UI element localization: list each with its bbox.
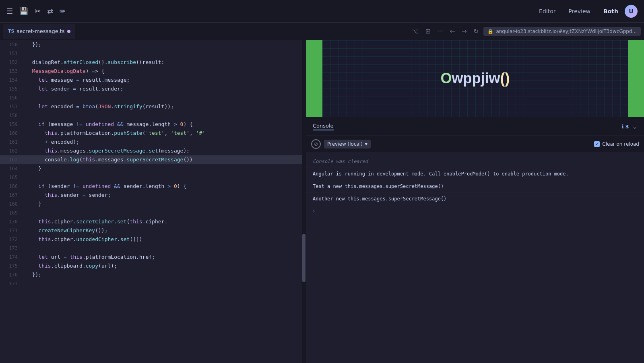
table-row: 177 — [0, 279, 306, 288]
line-number: 171 — [0, 226, 24, 235]
clear-on-reload-label: Clear on reload — [602, 141, 639, 147]
user-avatar[interactable]: U — [625, 5, 638, 18]
table-row: 173 — [0, 244, 306, 253]
table-row: 171 createNewCipherKey()); — [0, 226, 306, 235]
line-content: let sender = result.sender; — [24, 85, 306, 93]
table-row: 153 MessageDialogData) => { — [0, 67, 306, 76]
line-content: if (message != undefined && message.leng… — [24, 120, 306, 129]
line-number: 172 — [0, 235, 24, 244]
table-row: 155 let sender = result.sender; — [0, 85, 306, 93]
console-clear-on-reload[interactable]: ✓ Clear on reload — [594, 141, 639, 147]
table-row: 176 }); — [0, 270, 306, 279]
list-item: Console was cleared — [306, 155, 644, 168]
table-row: 150 }); — [0, 40, 306, 49]
table-row: 154 let message = result.message; — [0, 76, 306, 85]
topbar-icons: ☰ 💾 ✂ ⇄ ✏ — [6, 7, 66, 15]
tabbar-actions: ⌥ ⊞ ··· ← → ↻ 🔒 angular-io23.stackblitz.… — [410, 26, 641, 37]
scrollbar-thumb[interactable] — [302, 234, 305, 282]
nav-preview[interactable]: Preview — [569, 8, 591, 14]
code-area: 150 }); 151 152 dialogRef.afterClosed().… — [0, 40, 306, 363]
line-number: 157 — [0, 102, 24, 111]
table-row: 161 + encoded); — [0, 138, 306, 146]
file-tab[interactable]: TS secret-message.ts — [3, 24, 75, 39]
share-icon[interactable]: ⇄ — [47, 7, 53, 15]
line-content: + encoded); — [24, 138, 306, 146]
nav-editor[interactable]: Editor — [539, 8, 555, 14]
line-content: this.messages.superSecretMessage.set(mes… — [24, 146, 306, 155]
forward-btn[interactable]: → — [460, 26, 469, 37]
console-source-label: Preview (local) — [327, 141, 363, 147]
line-number: 170 — [0, 217, 24, 226]
list-item: Test a new this.messages.superSecretMess… — [306, 180, 644, 193]
line-content: } — [24, 164, 306, 173]
table-row: 174 let url = this.platformLocation.href… — [0, 253, 306, 262]
console-prompt[interactable]: › — [306, 205, 644, 217]
topbar: ☰ 💾 ✂ ⇄ ✏ Editor Preview Both U — [0, 0, 644, 23]
console-toolbar: ⊘ Preview (local) ▾ ✓ Clear on reload — [306, 136, 644, 152]
line-content: this.sender = sender; — [24, 191, 306, 200]
table-row: 167 this.sender = sender; — [0, 191, 306, 200]
topbar-nav: Editor Preview Both — [539, 8, 618, 14]
table-row: 157 let encoded = btoa(JSON.stringify(re… — [0, 102, 306, 111]
console-clear-button[interactable]: ⊘ — [311, 139, 321, 149]
table-row: 151 — [0, 49, 306, 58]
console-tab[interactable]: Console — [313, 123, 334, 130]
line-number: 166 — [0, 182, 24, 191]
table-row: 163 console.log(this.messages.superSecre… — [0, 155, 306, 164]
line-number: 159 — [0, 120, 24, 129]
menu-icon[interactable]: ☰ — [6, 7, 13, 15]
back-btn[interactable]: ← — [448, 26, 456, 37]
tabbar: TS secret-message.ts ⌥ ⊞ ··· ← → ↻ 🔒 ang… — [0, 23, 644, 40]
preview-image: Owppjiw() — [306, 40, 644, 117]
console-panel: Console ℹ 3 ⌄ ⊘ Preview (local) ▾ ✓ Cle — [306, 117, 644, 363]
edit-icon[interactable]: ✏ — [60, 7, 66, 15]
clear-on-reload-checkbox[interactable]: ✓ — [594, 141, 600, 147]
preview-right-bar — [628, 40, 644, 117]
save-icon[interactable]: 💾 — [19, 7, 28, 15]
prompt-arrow-icon: › — [313, 208, 315, 214]
nav-both[interactable]: Both — [603, 8, 618, 14]
reload-btn[interactable]: ↻ — [472, 26, 480, 37]
preview-panel: Owppjiw() Console ℹ 3 ⌄ ⊘ Preview (local… — [306, 40, 644, 363]
line-number: 154 — [0, 76, 24, 85]
line-number: 163 — [0, 155, 24, 164]
line-number: 174 — [0, 253, 24, 262]
info-icon: ℹ — [622, 124, 624, 130]
more-btn[interactable]: ··· — [436, 26, 445, 37]
url-bar[interactable]: 🔒 angular-io23.stackblitz.io/#eyJtZXNzYW… — [483, 27, 641, 36]
chevron-down-icon: ▾ — [365, 141, 367, 147]
tab-filename: secret-message.ts — [17, 28, 64, 34]
console-source-select[interactable]: Preview (local) ▾ — [324, 140, 371, 148]
line-number: 161 — [0, 138, 24, 146]
table-row: 160 this.platformLocation.pushState('tes… — [0, 129, 306, 138]
line-number: 173 — [0, 244, 24, 253]
line-number: 168 — [0, 200, 24, 208]
preview-text-o: O — [441, 70, 452, 87]
table-row: 158 — [0, 111, 306, 120]
line-number: 175 — [0, 262, 24, 270]
line-number: 158 — [0, 111, 24, 120]
table-row: 175 this.clipboard.copy(url); — [0, 262, 306, 270]
line-content: createNewCipherKey()); — [24, 226, 306, 235]
line-content: this.cipher.secretCipher.set(this.cipher… — [24, 217, 306, 226]
fork-icon[interactable]: ✂ — [35, 7, 41, 15]
table-row: 162 this.messages.superSecretMessage.set… — [0, 146, 306, 155]
format-btn[interactable]: ⌥ — [410, 26, 420, 37]
line-number: 150 — [0, 40, 24, 49]
line-content: MessageDialogData) => { — [24, 67, 306, 76]
line-number: 162 — [0, 146, 24, 155]
line-content: this.cipher.uncodedCipher.set([]) — [24, 235, 306, 244]
line-number: 169 — [0, 208, 24, 217]
table-row: 166 if (sender != undefined && sender.le… — [0, 182, 306, 191]
line-content: console.log(this.messages.superSecretMes… — [24, 155, 306, 164]
line-content: let message = result.message; — [24, 76, 306, 85]
editor-scrollbar[interactable] — [302, 40, 306, 363]
console-messages: Console was cleared Angular is running i… — [306, 152, 644, 363]
line-content: let url = this.platformLocation.href; — [24, 253, 306, 262]
line-number: 153 — [0, 67, 24, 76]
console-header: Console ℹ 3 ⌄ — [306, 117, 644, 136]
line-content: } — [24, 200, 306, 208]
split-btn[interactable]: ⊞ — [424, 26, 432, 37]
code-editor[interactable]: 150 }); 151 152 dialogRef.afterClosed().… — [0, 40, 306, 363]
console-expand-btn[interactable]: ⌄ — [632, 123, 638, 130]
